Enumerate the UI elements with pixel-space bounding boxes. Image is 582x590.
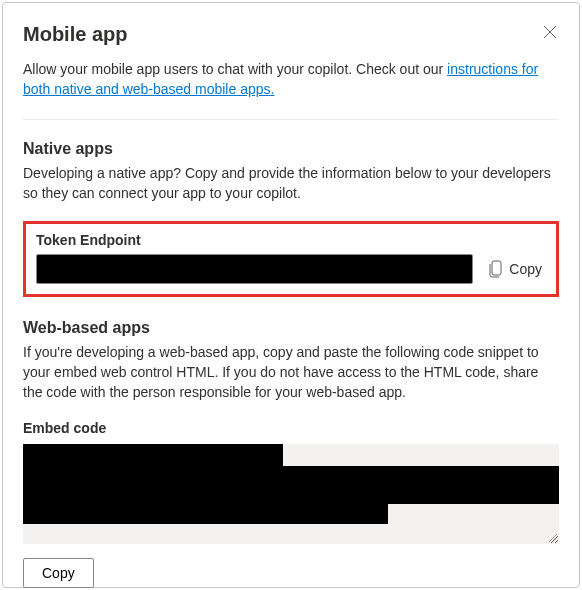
close-icon [543, 25, 557, 39]
token-endpoint-label: Token Endpoint [36, 232, 546, 248]
web-apps-title: Web-based apps [23, 319, 559, 337]
copy-token-button[interactable]: Copy [485, 258, 546, 280]
redacted-content [23, 466, 559, 504]
web-apps-desc: If you're developing a web-based app, co… [23, 343, 559, 402]
embed-code-textarea[interactable] [23, 444, 559, 544]
page-title: Mobile app [23, 23, 127, 46]
native-apps-title: Native apps [23, 140, 559, 158]
intro-text-before: Allow your mobile app users to chat with… [23, 61, 447, 77]
svg-rect-2 [492, 261, 501, 275]
copy-embed-button[interactable]: Copy [23, 558, 94, 588]
copy-token-label: Copy [509, 261, 542, 277]
svg-line-4 [553, 538, 557, 542]
resize-handle-icon[interactable] [547, 532, 557, 542]
embed-code-label: Embed code [23, 420, 559, 436]
redacted-content [23, 444, 283, 466]
intro-text: Allow your mobile app users to chat with… [23, 60, 559, 99]
panel-header: Mobile app [23, 23, 559, 46]
divider [23, 119, 559, 120]
token-endpoint-row: Copy [36, 254, 546, 284]
token-endpoint-highlight: Token Endpoint Copy [23, 221, 559, 297]
close-button[interactable] [541, 23, 559, 41]
native-apps-desc: Developing a native app? Copy and provid… [23, 164, 559, 203]
redacted-content [23, 504, 388, 524]
mobile-app-panel: Mobile app Allow your mobile app users t… [2, 2, 580, 588]
native-apps-section: Native apps Developing a native app? Cop… [23, 140, 559, 297]
token-endpoint-input[interactable] [36, 254, 473, 284]
web-apps-section: Web-based apps If you're developing a we… [23, 319, 559, 588]
svg-line-3 [549, 534, 557, 542]
copy-icon [489, 260, 503, 278]
